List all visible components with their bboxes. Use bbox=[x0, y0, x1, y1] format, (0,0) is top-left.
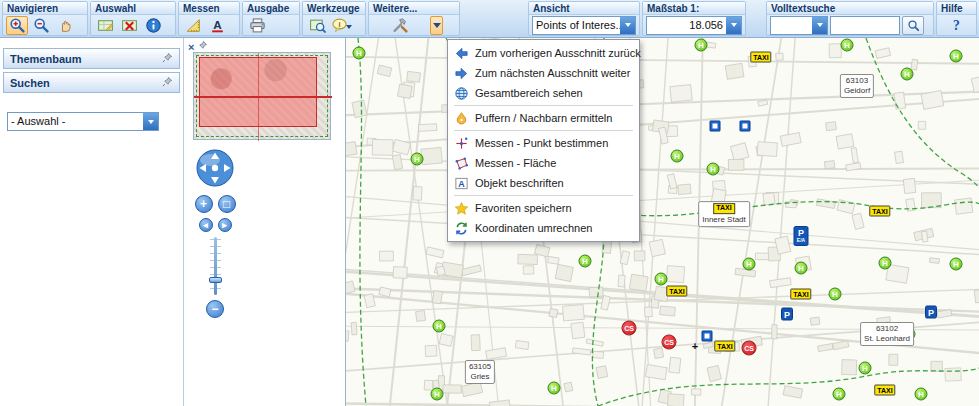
fulltext-search-input[interactable] bbox=[830, 16, 900, 35]
transit-stop-marker[interactable]: H bbox=[841, 39, 854, 52]
parking-marker[interactable]: P bbox=[781, 308, 793, 321]
menu-item-measure-area[interactable]: Messen - Fläche bbox=[450, 153, 637, 173]
transit-stop-marker[interactable]: H bbox=[859, 362, 872, 375]
previous-extent-button[interactable]: ◂ bbox=[199, 218, 213, 232]
info-balloon-button[interactable]: i bbox=[330, 16, 352, 35]
menu-separator bbox=[454, 105, 633, 106]
svg-text:A: A bbox=[458, 178, 465, 188]
feature-info-button[interactable] bbox=[142, 16, 164, 35]
more-tools-dropdown-button[interactable] bbox=[430, 16, 443, 35]
chevron-down-icon[interactable] bbox=[726, 17, 741, 34]
taxi-stand-marker[interactable]: TAXI bbox=[874, 385, 895, 396]
transit-stop-marker[interactable]: H bbox=[901, 68, 914, 81]
parking-marker[interactable]: P bbox=[925, 306, 937, 319]
pin-icon[interactable] bbox=[162, 52, 173, 65]
menu-item-convert-coordinates[interactable]: Koordinaten umrechnen bbox=[450, 218, 637, 238]
transit-stop-marker[interactable]: H bbox=[671, 150, 684, 163]
transit-stop-marker[interactable]: H bbox=[707, 163, 720, 176]
taxi-stand-marker[interactable]: TAXI bbox=[714, 341, 735, 352]
transit-stop-marker[interactable]: H bbox=[950, 50, 963, 63]
taxi-stand-marker[interactable]: TAXI bbox=[869, 206, 890, 217]
transit-stop-marker[interactable]: H bbox=[548, 382, 561, 395]
zoom-in-tool-button[interactable] bbox=[6, 16, 28, 35]
transit-stop-marker[interactable]: H bbox=[879, 257, 892, 270]
save-favorite-icon bbox=[454, 201, 469, 216]
transit-stop-marker[interactable]: H bbox=[353, 47, 366, 60]
zoom-out-icon bbox=[33, 17, 50, 34]
menu-item-full-extent[interactable]: Gesamtbereich sehen bbox=[450, 83, 637, 103]
pin-icon[interactable] bbox=[162, 76, 173, 89]
transit-stop-marker[interactable]: H bbox=[795, 262, 808, 275]
fulltext-category-select[interactable] bbox=[770, 16, 828, 35]
transit-stop-marker[interactable]: H bbox=[655, 273, 668, 286]
pan-tool-button[interactable] bbox=[54, 16, 76, 35]
crosshair-marker[interactable]: + bbox=[692, 340, 698, 352]
transit-stop-marker[interactable]: H bbox=[833, 388, 846, 401]
toolbar-group-auswahl: Auswahl bbox=[90, 1, 176, 36]
help-button[interactable]: ? bbox=[946, 16, 968, 35]
next-extent-button[interactable]: ▸ bbox=[218, 218, 232, 232]
transit-stop-marker[interactable]: H bbox=[915, 388, 928, 401]
poi-marker[interactable] bbox=[710, 121, 721, 132]
clear-selection-button[interactable] bbox=[118, 16, 140, 35]
select-features-button[interactable] bbox=[94, 16, 116, 35]
toolbar-group-ausgabe: Ausgabe bbox=[242, 1, 300, 36]
carsharing-marker[interactable]: CS bbox=[662, 335, 677, 350]
chevron-down-icon[interactable] bbox=[620, 17, 635, 34]
taxi-stand-marker[interactable]: TAXI bbox=[790, 289, 811, 300]
transit-stop-marker[interactable]: H bbox=[579, 255, 592, 268]
panel-header-suchen[interactable]: Suchen bbox=[3, 72, 180, 93]
group-label: Weitere... bbox=[369, 2, 459, 15]
transit-stop-marker[interactable]: H bbox=[950, 258, 963, 271]
zoom-out-tool-button[interactable] bbox=[30, 16, 52, 35]
view-select[interactable]: Points of Interes... bbox=[532, 16, 636, 35]
zoom-slider-handle[interactable] bbox=[209, 277, 222, 283]
group-label: Messen bbox=[179, 2, 239, 15]
toolbar-group-werkzeuge: Werkzeuge i bbox=[302, 1, 366, 36]
poi-marker[interactable] bbox=[740, 121, 751, 132]
carsharing-marker[interactable]: CS bbox=[742, 341, 757, 356]
measure-distance-button[interactable] bbox=[182, 16, 204, 35]
print-button[interactable] bbox=[246, 16, 268, 35]
more-tools-button[interactable] bbox=[372, 16, 428, 35]
zoom-in-button[interactable]: + bbox=[195, 195, 213, 213]
pan-compass[interactable] bbox=[195, 148, 235, 190]
zoom-in-icon bbox=[9, 17, 26, 34]
zoom-out-button[interactable]: − bbox=[206, 300, 224, 318]
taxi-stand-marker[interactable]: TAXI bbox=[666, 286, 687, 297]
tools-icon bbox=[392, 17, 409, 34]
chevron-down-icon[interactable] bbox=[143, 113, 158, 130]
poi-marker[interactable] bbox=[702, 331, 713, 342]
taxi-stand-marker[interactable]: TAXI bbox=[750, 52, 771, 63]
search-button[interactable] bbox=[902, 16, 924, 35]
menu-item-previous-extent[interactable]: Zum vorherigen Ausschnitt zurück bbox=[450, 43, 637, 63]
transit-stop-marker[interactable]: H bbox=[743, 258, 756, 271]
map-canvas[interactable]: HHHHHHHHHHHHHHHHHHHHHHHHTAXITAXITAXITAXI… bbox=[345, 38, 979, 406]
panel-header-themenbaum[interactable]: Themenbaum bbox=[3, 48, 180, 69]
menu-item-next-extent[interactable]: Zum nächsten Ausschnitt weiter bbox=[450, 63, 637, 83]
menu-item-measure-point[interactable]: Messen - Punkt bestimmen bbox=[450, 133, 637, 153]
zoom-slider[interactable] bbox=[208, 237, 222, 295]
close-icon[interactable]: × bbox=[188, 41, 194, 53]
menu-item-buffer[interactable]: Puffern / Nachbarn ermitteln bbox=[450, 108, 637, 128]
transit-stop-marker[interactable]: H bbox=[431, 388, 444, 401]
transit-stop-marker[interactable]: H bbox=[695, 39, 708, 52]
chevron-down-icon[interactable] bbox=[812, 17, 827, 34]
map-search-button[interactable] bbox=[306, 16, 328, 35]
panel-title-suchen: Suchen bbox=[10, 77, 50, 89]
menu-item-save-favorite[interactable]: Favoriten speichern bbox=[450, 198, 637, 218]
main-toolbar: Navigieren Auswahl Messen A Ausgabe bbox=[0, 0, 979, 38]
parking-garage-marker[interactable]: PE/A bbox=[794, 226, 809, 246]
transit-stop-marker[interactable]: H bbox=[411, 153, 424, 166]
transit-stop-marker[interactable]: H bbox=[903, 328, 916, 341]
search-icon bbox=[907, 19, 920, 32]
carsharing-marker[interactable]: CS bbox=[622, 321, 637, 336]
overview-map[interactable] bbox=[193, 52, 331, 140]
annotate-button[interactable]: A bbox=[206, 16, 228, 35]
scale-select[interactable]: 18.056 bbox=[646, 16, 742, 35]
transit-stop-marker[interactable]: H bbox=[829, 288, 842, 301]
menu-item-label-object[interactable]: AObjekt beschriften bbox=[450, 173, 637, 193]
transit-stop-marker[interactable]: H bbox=[433, 320, 446, 333]
search-category-select[interactable]: - Auswahl - bbox=[7, 112, 159, 131]
zoom-window-button[interactable]: □ bbox=[218, 195, 236, 213]
